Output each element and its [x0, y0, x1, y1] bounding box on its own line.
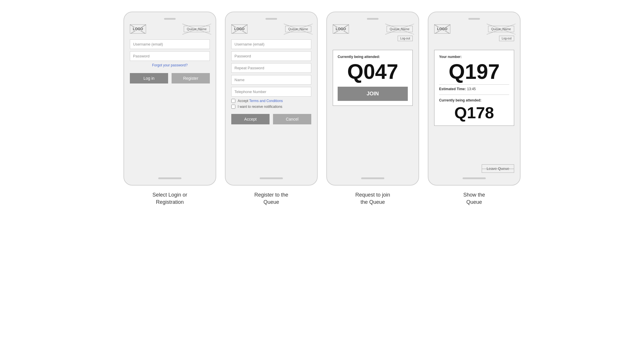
terms-link[interactable]: Terms and Conditions [249, 99, 283, 103]
phone-frame-login: LOGO Queue_Name Username (email) Passwor… [123, 12, 216, 186]
screen-show-wrapper: LOGO Queue_Name Log-out [428, 12, 521, 206]
app-header-join: LOGO Queue_Name Log-out [333, 24, 413, 41]
header-row-join: LOGO Queue_Name [333, 24, 413, 34]
queue-name-join: Queue_Name [387, 26, 413, 32]
queue-name-badge-login: Queue_Name [184, 26, 210, 32]
currently-attended-label-show: Currently being attended: [439, 98, 481, 102]
current-queue-number-join: Q047 [338, 61, 408, 82]
username-field-register[interactable]: Username (email) [231, 39, 311, 49]
logout-join-container: Log-out [398, 35, 413, 41]
logo-login: LOGO [130, 24, 146, 34]
notifications-checkbox[interactable] [231, 105, 235, 109]
cancel-button[interactable]: Cancel [273, 114, 311, 124]
phone-home-bar-show [463, 177, 486, 179]
app-header-show: LOGO Queue_Name Log-out [434, 24, 514, 41]
join-button[interactable]: JOIN [338, 87, 408, 101]
phone-home-bar-login [158, 177, 181, 179]
logout-button-join[interactable]: Log-out [398, 36, 413, 41]
phone-content-join: LOGO Queue_Name Log-out [333, 24, 413, 173]
app-header-login: LOGO Queue_Name [130, 24, 210, 34]
estimated-time-label: Estimated Time: [439, 87, 466, 91]
phone-frame-show: LOGO Queue_Name Log-out [428, 12, 521, 186]
leave-queue-button[interactable]: Leave Queue [482, 164, 514, 173]
caption-join: Request to join the Queue [355, 191, 390, 206]
caption-show: Show the Queue [463, 191, 485, 206]
logo-show: LOGO [434, 24, 450, 34]
phone-content-show: LOGO Queue_Name Log-out [434, 24, 514, 173]
notifications-checkbox-row: I want to receive notifications [231, 105, 311, 109]
phone-speaker-join [367, 18, 379, 20]
terms-label: Accept Terms and Conditions [238, 99, 283, 103]
logo-label-join: LOGO [336, 27, 346, 31]
card-divider [439, 95, 509, 95]
logo-label-show: LOGO [437, 27, 447, 31]
logout-show-container: Log-out [499, 35, 514, 41]
queue-name-badge-show: Queue_Name [488, 26, 514, 32]
screen-join-wrapper: LOGO Queue_Name Log-out [326, 12, 419, 206]
your-number-label: Your number: [439, 55, 462, 59]
phone-frame-join: LOGO Queue_Name Log-out [326, 12, 419, 186]
badge-text-login: Queue_Name [187, 27, 207, 31]
badge-text-show: Queue_Name [491, 27, 511, 31]
name-field[interactable]: Name [231, 75, 311, 85]
estimated-time-value: 13:45 [467, 87, 476, 91]
phone-frame-register: LOGO Queue_Name Username (email) Passwor… [225, 12, 318, 186]
repeat-password-field[interactable]: Repeat Password [231, 63, 311, 73]
queue-name-badge-register: Queue_Name [285, 26, 312, 32]
your-number: Q197 [439, 61, 509, 82]
terms-checkbox[interactable] [231, 99, 235, 103]
queue-name-login: Queue_Name [184, 26, 210, 32]
caption-login: Select Login or Registration [152, 191, 187, 206]
estimated-time-row: Estimated Time: 13:45 [439, 84, 509, 91]
phone-content-register: LOGO Queue_Name Username (email) Passwor… [231, 24, 311, 173]
phone-speaker-login [164, 18, 176, 20]
logo-label-login: LOGO [133, 27, 143, 31]
phone-content-login: LOGO Queue_Name Username (email) Passwor… [130, 24, 210, 173]
register-button[interactable]: Register [172, 73, 210, 83]
queue-info-card-show: Your number: Q197 Estimated Time: 13:45 … [434, 50, 514, 126]
queue-name-show: Queue_Name [488, 26, 514, 32]
currently-attended-label-join: Currently being attended: [338, 55, 380, 59]
logo-register: LOGO [231, 24, 248, 34]
phone-home-bar-join [361, 177, 384, 179]
accept-button[interactable]: Accept [231, 114, 270, 124]
username-field-login[interactable]: Username (email) [130, 39, 210, 49]
phone-speaker-show [468, 18, 480, 20]
screens-container: LOGO Queue_Name Username (email) Passwor… [123, 12, 521, 206]
phone-home-bar-register [260, 177, 283, 179]
app-header-register: LOGO Queue_Name [231, 24, 311, 34]
queue-name-register: Queue_Name [285, 26, 312, 32]
queue-card-join: Currently being attended: Q047 JOIN [333, 50, 413, 106]
header-row-show: LOGO Queue_Name [434, 24, 514, 34]
telephone-field[interactable]: Telephone Number [231, 87, 311, 97]
password-field-login[interactable]: Password [130, 51, 210, 61]
leave-btn-container: Leave Queue [434, 161, 514, 173]
current-number-show: Q178 [439, 105, 509, 121]
caption-register: Register to the Queue [254, 191, 288, 206]
leave-btn-line [482, 169, 514, 169]
logout-button-show[interactable]: Log-out [499, 36, 514, 41]
password-field-register[interactable]: Password [231, 51, 311, 61]
screen-login-wrapper: LOGO Queue_Name Username (email) Passwor… [123, 12, 216, 206]
badge-text-register: Queue_Name [288, 27, 308, 31]
queue-name-badge-join: Queue_Name [387, 26, 413, 32]
notifications-label: I want to receive notifications [238, 105, 282, 109]
terms-checkbox-row: Accept Terms and Conditions [231, 99, 311, 103]
screen-register-wrapper: LOGO Queue_Name Username (email) Passwor… [225, 12, 318, 206]
forgot-password-link[interactable]: Forgot your password? [130, 63, 210, 67]
login-btn-row: Log in Register [130, 73, 210, 83]
badge-text-join: Queue_Name [390, 27, 410, 31]
logo-label-register: LOGO [234, 27, 244, 31]
login-button[interactable]: Log in [130, 73, 168, 83]
phone-speaker-register [265, 18, 277, 20]
logo-join: LOGO [333, 24, 349, 34]
register-btn-row: Accept Cancel [231, 114, 311, 124]
